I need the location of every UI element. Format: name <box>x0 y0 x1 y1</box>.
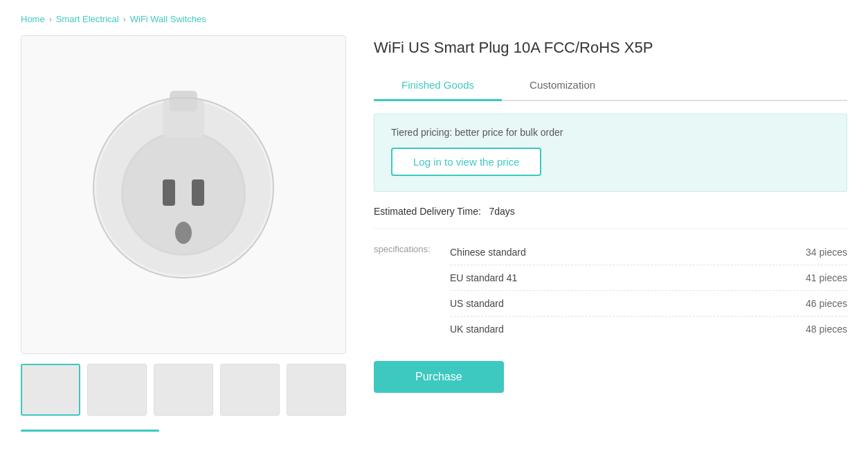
pricing-box: Tiered pricing: better price for bulk or… <box>374 114 847 192</box>
svg-point-8 <box>175 222 192 244</box>
tabs: Finished Goods Customization <box>374 71 847 101</box>
spec-count-1: 41 pieces <box>806 272 847 283</box>
svg-rect-5 <box>170 91 197 112</box>
specs-rows: Chinese standard 34 pieces EU standard 4… <box>450 240 847 342</box>
spec-count-2: 46 pieces <box>806 298 847 309</box>
breadcrumb-subcategory[interactable]: WiFi Wall Switches <box>130 14 206 24</box>
spec-name-2: US standard <box>450 298 504 309</box>
thumbnail-4[interactable] <box>220 364 280 416</box>
breadcrumb-sep-2: › <box>123 15 126 24</box>
delivery-info: Estimated Delivery Time: 7days <box>374 206 847 229</box>
breadcrumb-home[interactable]: Home <box>21 14 45 24</box>
spec-row-1: EU standard 41 41 pieces <box>450 265 847 291</box>
delivery-value: 7days <box>489 206 515 217</box>
thumbnail-2[interactable] <box>87 364 147 416</box>
thumbnail-1[interactable] <box>21 364 80 416</box>
spec-count-3: 48 pieces <box>806 324 847 335</box>
spec-name-3: UK standard <box>450 324 504 335</box>
svg-rect-6 <box>163 179 175 206</box>
bottom-bar <box>21 430 159 432</box>
product-title: WiFi US Smart Plug 10A FCC/RoHS X5P <box>374 38 847 58</box>
delivery-label: Estimated Delivery Time: <box>374 206 481 217</box>
product-detail: WiFi US Smart Plug 10A FCC/RoHS X5P Fini… <box>374 35 847 393</box>
tiered-pricing-text: Tiered pricing: better price for bulk or… <box>391 127 830 138</box>
breadcrumb-category[interactable]: Smart Electrical <box>56 14 119 24</box>
spec-count-0: 34 pieces <box>806 247 847 258</box>
thumbnail-row <box>21 364 346 416</box>
specs-label: specifications: <box>374 240 450 254</box>
page-wrapper: Home › Smart Electrical › WiFi Wall Swit… <box>0 0 868 476</box>
thumbnail-5[interactable] <box>287 364 346 416</box>
specifications-section: specifications: Chinese standard 34 piec… <box>374 240 847 342</box>
spec-row-3: UK standard 48 pieces <box>450 317 847 342</box>
spec-row-2: US standard 46 pieces <box>450 291 847 317</box>
thumbnail-3[interactable] <box>154 364 213 416</box>
tab-finished-goods[interactable]: Finished Goods <box>374 71 502 101</box>
spec-name-1: EU standard 41 <box>450 272 517 283</box>
breadcrumb: Home › Smart Electrical › WiFi Wall Swit… <box>21 7 847 35</box>
product-svg <box>80 77 287 312</box>
tab-customization[interactable]: Customization <box>502 71 623 101</box>
svg-rect-7 <box>192 179 204 206</box>
login-to-view-price-button[interactable]: Log in to view the price <box>391 148 541 176</box>
spec-name-0: Chinese standard <box>450 247 526 258</box>
purchase-button[interactable]: Purchase <box>374 361 504 393</box>
breadcrumb-sep-1: › <box>49 15 52 24</box>
main-image <box>21 35 346 354</box>
spec-row-0: Chinese standard 34 pieces <box>450 240 847 265</box>
main-content: WiFi US Smart Plug 10A FCC/RoHS X5P Fini… <box>21 35 847 432</box>
product-images <box>21 35 346 432</box>
